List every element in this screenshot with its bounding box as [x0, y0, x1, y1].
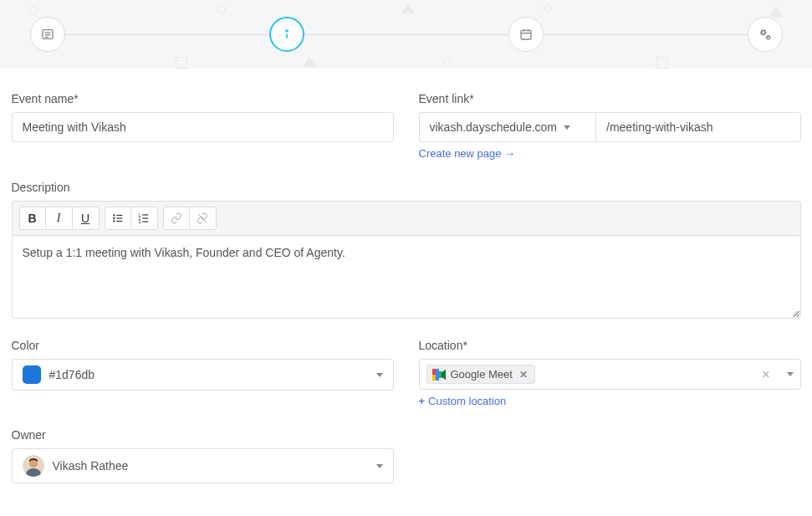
svg-rect-26 [432, 375, 436, 381]
link-button[interactable] [163, 207, 190, 230]
editor-toolbar: B I U 123 [12, 201, 801, 235]
gears-icon [758, 27, 773, 42]
chip-remove-icon[interactable]: ✕ [518, 369, 529, 381]
location-chip: Google Meet ✕ [426, 365, 535, 384]
svg-rect-28 [439, 371, 442, 378]
step-list[interactable] [30, 17, 65, 52]
description-group: Description B I U 123 [12, 181, 801, 319]
event-name-group: Event name* [12, 92, 394, 142]
step-info[interactable] [269, 17, 304, 52]
step-settings[interactable] [748, 17, 783, 52]
caret-down-icon [564, 125, 570, 130]
ordered-list-icon: 123 [138, 212, 150, 224]
svg-rect-22 [142, 217, 148, 218]
owner-name-text: Vikash Rathee [53, 459, 370, 473]
ordered-list-button[interactable]: 123 [131, 207, 158, 230]
event-name-input[interactable] [12, 112, 394, 142]
svg-rect-15 [116, 215, 122, 216]
color-group: Color #1d76db [12, 339, 394, 391]
italic-button[interactable]: I [46, 207, 73, 230]
calendar-icon [519, 28, 533, 41]
info-icon [280, 28, 294, 41]
owner-label: Owner [12, 428, 394, 442]
step-connector [304, 34, 508, 35]
color-label: Color [12, 339, 394, 352]
location-label: Location* [419, 339, 801, 352]
slug-input[interactable] [595, 112, 800, 142]
svg-point-14 [113, 220, 115, 222]
bullet-list-button[interactable] [105, 207, 131, 230]
caret-down-icon [376, 464, 383, 468]
event-name-label: Event name* [12, 92, 394, 105]
svg-point-13 [113, 217, 115, 219]
svg-point-4 [286, 30, 288, 32]
create-page-link[interactable]: Create new page → [419, 147, 516, 160]
svg-rect-21 [142, 214, 148, 215]
owner-select[interactable]: Vikash Rathee [12, 448, 394, 483]
svg-point-12 [113, 214, 115, 216]
stepper-header [0, 0, 812, 69]
plus-icon: + [419, 395, 426, 407]
link-icon [171, 212, 182, 224]
clear-location-icon[interactable]: × [757, 367, 774, 382]
location-select[interactable]: Google Meet ✕ × [419, 359, 801, 390]
underline-icon: U [81, 212, 89, 225]
event-link-group: Event link* vikash.dayschedule.com Creat… [419, 92, 801, 161]
caret-down-icon [787, 372, 794, 376]
svg-text:3: 3 [139, 220, 141, 224]
description-editor[interactable]: Setup a 1:1 meeting with Vikash, Founder… [12, 235, 801, 319]
custom-location-link[interactable]: +Custom location [419, 395, 507, 407]
svg-rect-6 [521, 30, 531, 39]
bold-icon: B [28, 212, 36, 225]
google-meet-icon [432, 369, 446, 381]
list-icon [41, 28, 54, 41]
owner-avatar [23, 455, 44, 477]
svg-marker-29 [442, 370, 446, 380]
domain-select[interactable]: vikash.dayschedule.com [419, 112, 596, 142]
italic-icon: I [57, 212, 61, 225]
bold-button[interactable]: B [19, 207, 46, 230]
svg-rect-27 [436, 369, 439, 381]
location-chip-text: Google Meet [451, 368, 513, 381]
owner-group: Owner Vikash Rathee [12, 428, 394, 483]
step-connector [65, 34, 269, 35]
location-group: Location* Google Meet ✕ × +Custom locati… [419, 339, 801, 408]
svg-rect-17 [116, 221, 122, 222]
color-swatch [23, 365, 41, 384]
svg-rect-25 [432, 369, 436, 375]
description-text: Setup a 1:1 meeting with Vikash, Founder… [23, 246, 345, 259]
caret-down-icon [376, 373, 383, 377]
domain-text: vikash.dayschedule.com [430, 120, 558, 134]
unlink-icon [197, 212, 208, 224]
resize-handle[interactable] [790, 308, 799, 316]
color-hex-text: #1d76db [49, 368, 370, 381]
description-label: Description [12, 181, 801, 194]
color-select[interactable]: #1d76db [12, 359, 394, 391]
step-calendar[interactable] [508, 17, 544, 52]
bullet-list-icon [112, 212, 124, 224]
svg-rect-16 [116, 217, 122, 218]
event-link-label: Event link* [419, 92, 801, 105]
unlink-button[interactable] [190, 207, 217, 230]
step-connector [544, 34, 748, 35]
underline-button[interactable]: U [73, 207, 100, 230]
svg-rect-23 [142, 222, 148, 222]
